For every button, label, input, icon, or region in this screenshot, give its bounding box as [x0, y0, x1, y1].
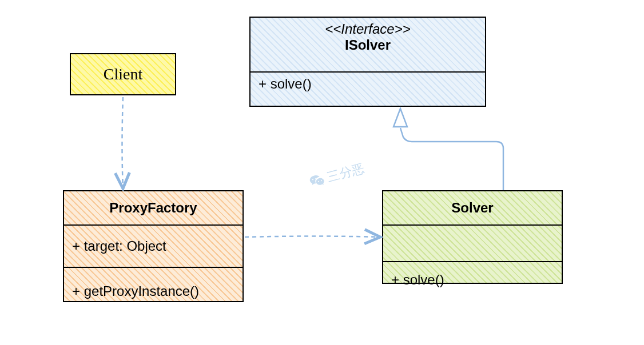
watermark-text: 三分恶: [325, 160, 367, 186]
edge-client-to-proxyfactory: [122, 97, 124, 188]
isolver-name: ISolver: [259, 37, 477, 53]
solver-box: Solver + solve(): [382, 190, 563, 284]
isolver-method: + solve(): [259, 76, 312, 92]
isolver-method-row: + solve(): [251, 71, 485, 95]
solver-method-row: + solve(): [383, 261, 562, 298]
proxyfactory-method: + getProxyInstance(): [72, 283, 199, 299]
proxyfactory-attr-row: + target: Object: [64, 224, 243, 267]
proxyfactory-name: ProxyFactory: [109, 200, 197, 216]
proxyfactory-method-row: + getProxyInstance(): [64, 267, 243, 315]
edge-solver-to-isolver: [400, 128, 503, 190]
arrowhead-realization-icon: [393, 109, 407, 127]
watermark: 三分恶: [308, 160, 366, 191]
isolver-box: <<Interface>> ISolver + solve(): [249, 17, 486, 107]
proxyfactory-attr: + target: Object: [72, 238, 166, 254]
solver-empty-row: [383, 224, 562, 261]
edge-proxyfactory-to-solver: [245, 236, 380, 238]
client-box: Client: [70, 53, 176, 95]
client-label: Client: [104, 65, 142, 83]
solver-name: Solver: [451, 200, 493, 216]
isolver-stereotype: <<Interface>>: [259, 21, 477, 37]
solver-method: + solve(): [391, 272, 444, 288]
wechat-icon: [308, 171, 326, 190]
proxyfactory-box: ProxyFactory + target: Object + getProxy…: [63, 190, 244, 302]
